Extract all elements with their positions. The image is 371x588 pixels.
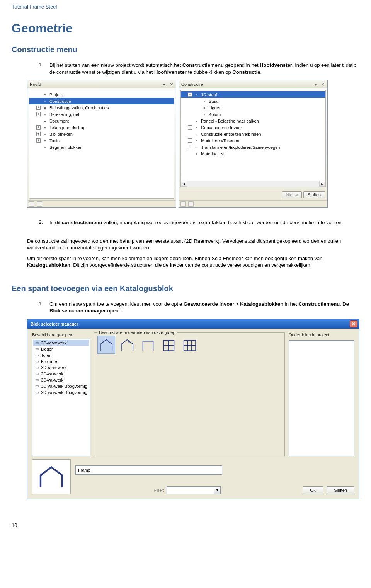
subtitle-constructie-menu: Constructie menu — [12, 45, 359, 54]
tree-item-label: Paneel - Belasting naar balken — [201, 119, 259, 123]
tree-node-icon: ▫ — [194, 131, 199, 137]
tree-item[interactable]: ▫Segment blokken — [29, 144, 174, 150]
panel-titlebar: Constructie ▾ ✕ — [179, 80, 327, 88]
group-item[interactable]: ▭Ligger — [33, 346, 89, 352]
panel-constructie: Constructie ▾ ✕ -▫1D-staaf▫Staaf▫Ligger▫… — [179, 80, 328, 208]
expand-icon[interactable]: + — [36, 138, 41, 143]
tree-item-label: Transformeren/Exploderen/Samenvoegen — [201, 145, 280, 150]
new-button[interactable]: Nieuw — [282, 191, 302, 198]
group-label: 2D-vakwerk Boogvormig — [41, 390, 87, 395]
tree-item[interactable]: -▫1D-staaf — [181, 91, 325, 98]
group-icon: ▭ — [34, 383, 39, 389]
shape-frame-gable-alpha[interactable]: α — [118, 336, 136, 354]
close-button[interactable]: Sluiten — [303, 191, 325, 198]
group-item[interactable]: ▭3D-vakwerk Boogvormig — [33, 383, 89, 389]
expand-icon[interactable]: + — [36, 125, 41, 130]
shape-grid-3x2[interactable] — [181, 336, 199, 354]
list-item: 2. In dit constructiemenu zullen, naarge… — [39, 219, 359, 226]
expand-icon[interactable]: + — [188, 125, 192, 130]
page-number: 10 — [12, 522, 359, 528]
tree-item[interactable]: ▫Paneel - Belasting naar balken — [181, 118, 325, 124]
tree-item[interactable]: +▫Belastinggevallen, Combinaties — [29, 104, 174, 111]
tree-item[interactable]: ▫Kolom — [181, 111, 325, 118]
panel-title: Constructie — [181, 82, 203, 87]
tree-item[interactable]: +▫Modelleren/Tekenen — [181, 137, 325, 144]
panel-titlebar: Hoofd ▾ ✕ — [27, 80, 176, 88]
scroll-left-icon[interactable]: ◄ — [181, 181, 187, 187]
cancel-button[interactable]: Sluiten — [327, 486, 354, 494]
group-label: Ligger — [41, 347, 53, 351]
group-item[interactable]: ▭3D-raamwerk — [33, 365, 89, 371]
tree-item[interactable]: +▫Tools — [29, 137, 174, 144]
group-icon: ▭ — [34, 340, 39, 346]
chevron-down-icon[interactable]: ▼ — [214, 487, 220, 494]
close-icon[interactable]: ✕ — [320, 82, 325, 87]
group-item[interactable]: ▭Kromme — [33, 358, 89, 365]
group-icon: ▭ — [34, 390, 39, 395]
expand-icon[interactable]: + — [36, 106, 41, 110]
paragraph: De constructie zal ingevoerd worden met … — [27, 238, 359, 251]
item-text: Bij het starten van een nieuw project wo… — [49, 62, 359, 75]
tree-node-icon: ▫ — [194, 92, 199, 97]
group-item[interactable]: ▭2D-raamwerk — [33, 340, 89, 346]
project-parts-list[interactable] — [289, 340, 354, 456]
tree-item[interactable]: ▫Staaf — [181, 98, 325, 104]
tree-item[interactable]: ▫Project — [29, 91, 174, 98]
tree-item[interactable]: +▫Bibliotheken — [29, 131, 174, 137]
tree-item-label: Project — [49, 92, 63, 97]
groups-list[interactable]: ▭2D-raamwerk▭Ligger▭Toren▭Kromme▭3D-raam… — [32, 339, 90, 456]
group-item[interactable]: ▭2D-vakwerk — [33, 371, 89, 377]
scrollbar-horizontal[interactable]: ◄ ► — [181, 181, 325, 187]
status-icon — [180, 201, 186, 207]
panels-row: Hoofd ▾ ✕ ▫Project▫Constructie+▫Belastin… — [27, 80, 359, 208]
shape-tiles: α — [97, 336, 281, 354]
close-icon[interactable]: ✕ — [350, 320, 357, 327]
tree-item[interactable]: +▫Transformeren/Exploderen/Samenvoegen — [181, 144, 325, 150]
tree-item-label: Segment blokken — [49, 145, 82, 150]
expand-icon[interactable]: + — [36, 132, 41, 136]
shape-grid-2x2[interactable] — [160, 336, 178, 354]
tree-node-icon: ▫ — [194, 138, 199, 143]
tree-item-label: Constructie-entiteiten verbinden — [201, 132, 261, 136]
tree-item[interactable]: ▫Constructie-entiteiten verbinden — [181, 131, 325, 137]
shape-frame-gable[interactable] — [97, 336, 115, 354]
pin-icon[interactable]: ▾ — [162, 82, 167, 87]
item-text: Om een nieuw spant toe te voegen, kiest … — [49, 301, 359, 314]
group-icon: ▭ — [34, 365, 39, 370]
tree-node-icon: ▫ — [42, 92, 48, 97]
group-label: 3D-raamwerk — [41, 365, 66, 370]
tree-node-icon: ▫ — [201, 112, 207, 117]
close-icon[interactable]: ✕ — [169, 82, 174, 87]
dialog-title: Blok selecteer manager — [31, 322, 78, 326]
group-item[interactable]: ▭Toren — [33, 352, 89, 358]
group-item[interactable]: ▭3D-vakwerk — [33, 377, 89, 383]
group-icon: ▭ — [34, 346, 39, 352]
group-item[interactable]: ▭2D-vakwerk Boogvormig — [33, 389, 89, 395]
filter-combo[interactable]: ▼ — [167, 486, 221, 494]
pin-icon[interactable]: ▾ — [313, 82, 318, 87]
expand-icon[interactable]: + — [36, 112, 41, 116]
expand-icon[interactable]: + — [188, 138, 192, 143]
status-icon — [188, 201, 194, 207]
ok-button[interactable]: OK — [303, 486, 323, 494]
scroll-right-icon[interactable]: ► — [319, 181, 325, 187]
panel-hoofd: Hoofd ▾ ✕ ▫Project▫Constructie+▫Belastin… — [27, 80, 176, 208]
fieldset-legend: Beschikbare onderdelen van deze groep — [97, 330, 177, 335]
status-icon — [37, 201, 42, 207]
tree-node-icon: ▫ — [42, 131, 48, 137]
title-geometrie: Geometrie — [12, 21, 359, 36]
shape-frame-flat[interactable] — [139, 336, 157, 354]
page-header: Tutorial Frame Steel — [12, 4, 359, 10]
tree-node-icon: ▫ — [194, 151, 199, 157]
tree-item[interactable]: ▫Constructie — [29, 98, 174, 104]
panel-footer: Nieuw Sluiten — [179, 189, 327, 200]
tree-item[interactable]: +▫Berekening, net — [29, 111, 174, 118]
tree-item[interactable]: ▫Document — [29, 118, 174, 124]
tree-item[interactable]: ▫Ligger — [181, 104, 325, 111]
tree-item[interactable]: +▫Tekengereedschap — [29, 124, 174, 131]
tree-item[interactable]: ▫Materiaallijst — [181, 150, 325, 157]
tree-item[interactable]: +▫Geavanceerde Invoer — [181, 124, 325, 131]
expand-icon[interactable]: + — [188, 145, 192, 149]
tree-item-label: Tekengereedschap — [49, 125, 85, 130]
collapse-icon[interactable]: - — [188, 92, 192, 97]
